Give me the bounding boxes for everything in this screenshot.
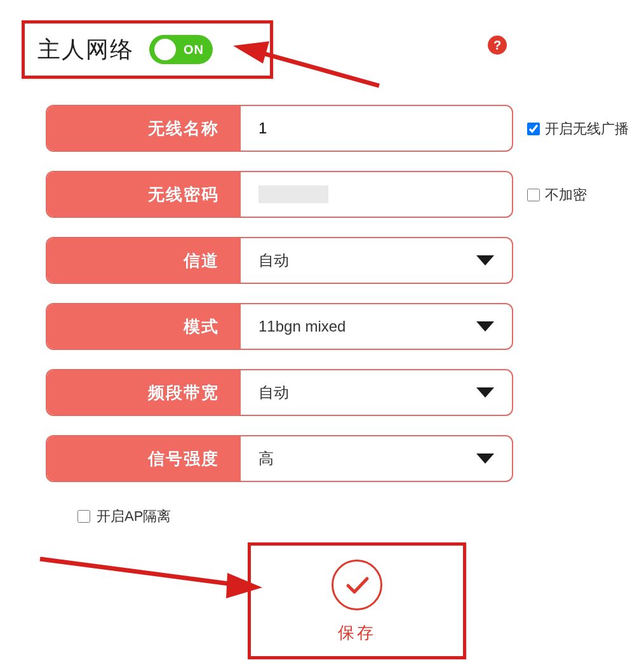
row-mode: 模式 11bgn mixed (46, 303, 513, 350)
row-channel: 信道 自动 (46, 237, 513, 284)
row-password: 无线密码 (46, 171, 513, 218)
ssid-input[interactable] (258, 119, 494, 137)
row-signal: 信号强度 高 (46, 435, 513, 482)
password-mask (258, 185, 328, 203)
no-encrypt-checkbox-row[interactable]: 不加密 (527, 185, 587, 205)
mode-value: 11bgn mixed (258, 318, 345, 335)
save-button[interactable]: 保存 (332, 560, 382, 644)
signal-value: 高 (258, 448, 274, 469)
no-encrypt-label: 不加密 (545, 185, 587, 205)
bandwidth-select[interactable]: 自动 (241, 370, 512, 415)
toggle-state-label: ON (184, 43, 204, 57)
label-signal: 信号强度 (47, 436, 241, 481)
channel-select[interactable]: 自动 (241, 238, 512, 283)
mode-select[interactable]: 11bgn mixed (241, 304, 512, 349)
value-ssid[interactable] (241, 106, 512, 151)
svg-line-0 (258, 52, 379, 86)
chevron-down-icon (476, 255, 494, 265)
label-mode: 模式 (47, 304, 241, 349)
annotation-arrow-bottom (37, 546, 272, 622)
bandwidth-value: 自动 (258, 382, 289, 403)
label-password: 无线密码 (47, 172, 241, 217)
chevron-down-icon (476, 454, 494, 464)
broadcast-checkbox[interactable] (527, 123, 540, 135)
master-network-toggle[interactable]: ON (149, 35, 213, 64)
label-channel: 信道 (47, 238, 241, 283)
save-label: 保存 (338, 622, 376, 644)
broadcast-checkbox-row[interactable]: 开启无线广播 (527, 119, 629, 138)
page-title: 主人网络 (37, 34, 134, 65)
broadcast-label: 开启无线广播 (545, 119, 629, 138)
settings-form: 无线名称 无线密码 信道 自动 模式 11bgn mixed 频段带宽 自动 信… (46, 105, 513, 501)
check-circle-icon (332, 560, 382, 610)
channel-value: 自动 (258, 250, 289, 271)
help-icon[interactable]: ? (488, 36, 507, 55)
row-ssid: 无线名称 (46, 105, 513, 152)
row-bandwidth: 频段带宽 自动 (46, 369, 513, 416)
ap-isolation-checkbox[interactable] (77, 510, 90, 523)
no-encrypt-checkbox[interactable] (527, 189, 540, 201)
save-highlight-box: 保存 (248, 542, 466, 659)
ap-isolation-label: 开启AP隔离 (97, 507, 171, 526)
label-ssid: 无线名称 (47, 106, 241, 151)
label-bandwidth: 频段带宽 (47, 370, 241, 415)
chevron-down-icon (476, 321, 494, 332)
chevron-down-icon (476, 387, 494, 398)
ap-isolation-checkbox-row[interactable]: 开启AP隔离 (77, 507, 171, 526)
value-password[interactable] (241, 172, 512, 217)
signal-select[interactable]: 高 (241, 436, 512, 481)
toggle-knob (154, 39, 176, 60)
svg-line-2 (40, 559, 234, 584)
header-highlight-box: 主人网络 ON (22, 20, 273, 79)
